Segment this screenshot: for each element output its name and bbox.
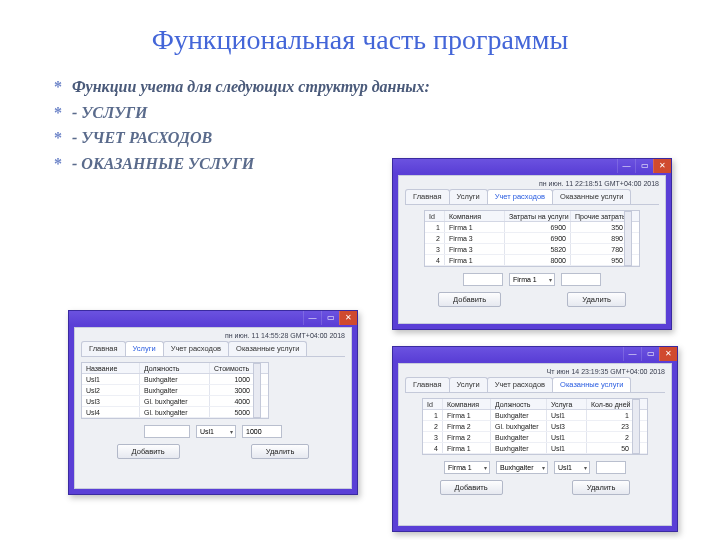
delete-button[interactable]: Удалить [572, 480, 631, 495]
maximize-icon[interactable]: ▭ [321, 311, 339, 325]
bullet-item: - УСЛУГИ [54, 100, 720, 126]
scrollbar[interactable] [253, 363, 261, 418]
tab-rashody[interactable]: Учет расходов [487, 377, 553, 392]
minimize-icon[interactable]: — [617, 159, 635, 173]
add-button[interactable]: Добавить [117, 444, 180, 459]
close-icon[interactable]: ✕ [659, 347, 677, 361]
table-row[interactable]: 4Firma 18000950 [425, 255, 639, 266]
company-dropdown[interactable]: Firma 1 [509, 273, 555, 286]
scrollbar[interactable] [624, 211, 632, 266]
service-dropdown[interactable]: Usl1 [554, 461, 590, 474]
table-header: Id Компания Затраты на услуги Прочие зат… [425, 211, 639, 222]
tab-strip: Главная Услуги Учет расходов Оказанные у… [405, 189, 659, 205]
window-rashody: — ▭ ✕ пн июн. 11 22:18:51 GMT+04:00 2018… [392, 158, 672, 330]
col-role: Должность [491, 399, 547, 409]
delete-button[interactable]: Удалить [567, 292, 626, 307]
minimize-icon[interactable]: — [623, 347, 641, 361]
tab-main[interactable]: Главная [405, 377, 450, 392]
titlebar[interactable]: — ▭ ✕ [393, 159, 671, 173]
bullet-item: Функции учета для следующих структур дан… [54, 74, 720, 100]
col-company: Компания [443, 399, 491, 409]
table-row[interactable]: Usl2Buxhgalter3000 [82, 385, 268, 396]
maximize-icon[interactable]: ▭ [641, 347, 659, 361]
tab-okazannye[interactable]: Оказанные услуги [552, 377, 631, 392]
role-dropdown[interactable]: Usl1 [196, 425, 236, 438]
window-okazannye: — ▭ ✕ Чт июн 14 23:19:35 GMT+04:00 2018 … [392, 346, 678, 532]
days-field[interactable] [596, 461, 626, 474]
name-field[interactable] [144, 425, 190, 438]
tab-main[interactable]: Главная [81, 341, 126, 356]
table-row[interactable]: 4Firma 1BuxhgalterUsl150 [423, 443, 647, 454]
close-icon[interactable]: ✕ [653, 159, 671, 173]
tab-strip: Главная Услуги Учет расходов Оказанные у… [81, 341, 345, 357]
col-role: Должность [140, 363, 210, 373]
slide-title: Функциональная часть программы [0, 24, 720, 56]
table-row[interactable]: 1Firma 16900350 [425, 222, 639, 233]
col-company: Компания [445, 211, 505, 221]
table-row[interactable]: 1Firma 1BuxhgalterUsl11 [423, 410, 647, 421]
tab-strip: Главная Услуги Учет расходов Оказанные у… [405, 377, 665, 393]
tab-rashody[interactable]: Учет расходов [487, 189, 553, 204]
col-other-cost: Прочие затраты [571, 211, 627, 221]
table-row[interactable]: 3Firma 35820780 [425, 244, 639, 255]
maximize-icon[interactable]: ▭ [635, 159, 653, 173]
window-uslugi: — ▭ ✕ пн июн. 11 14:55:28 GMT+04:00 2018… [68, 310, 358, 495]
tab-main[interactable]: Главная [405, 189, 450, 204]
delete-button[interactable]: Удалить [251, 444, 310, 459]
timestamp-label: Чт июн 14 23:19:35 GMT+04:00 2018 [405, 368, 665, 375]
col-service-cost: Затраты на услуги [505, 211, 571, 221]
titlebar[interactable]: — ▭ ✕ [69, 311, 357, 325]
col-service: Услуга [547, 399, 587, 409]
timestamp-label: пн июн. 11 22:18:51 GMT+04:00 2018 [405, 180, 659, 187]
table-row[interactable]: 2Firma 2Gl. buxhgalterUsl323 [423, 421, 647, 432]
col-days: Кол-во дней [587, 399, 633, 409]
tab-uslugi[interactable]: Услуги [125, 341, 164, 356]
tab-uslugi[interactable]: Услуги [449, 189, 488, 204]
table-row[interactable]: Usl4Gl. buxhgalter5000 [82, 407, 268, 418]
scrollbar[interactable] [632, 399, 640, 454]
col-id: Id [425, 211, 445, 221]
table-row[interactable]: 2Firma 36900890 [425, 233, 639, 244]
field-2[interactable] [561, 273, 601, 286]
field-1[interactable] [463, 273, 503, 286]
bullet-item: - УЧЕТ РАСХОДОВ [54, 125, 720, 151]
table-row[interactable]: Usl3Gl. buxhgalter4000 [82, 396, 268, 407]
table-header: Название Должность Стоимость [82, 363, 268, 374]
titlebar[interactable]: — ▭ ✕ [393, 347, 677, 361]
tab-okazannye[interactable]: Оказанные услуги [228, 341, 307, 356]
table-row[interactable]: Usl1Buxhgalter1000 [82, 374, 268, 385]
cost-field[interactable]: 1000 [242, 425, 282, 438]
table-header: Id Компания Должность Услуга Кол-во дней [423, 399, 647, 410]
tab-okazannye[interactable]: Оказанные услуги [552, 189, 631, 204]
minimize-icon[interactable]: — [303, 311, 321, 325]
timestamp-label: пн июн. 11 14:55:28 GMT+04:00 2018 [81, 332, 345, 339]
add-button[interactable]: Добавить [438, 292, 501, 307]
role-dropdown[interactable]: Buxhgalter [496, 461, 548, 474]
col-name: Название [82, 363, 140, 373]
close-icon[interactable]: ✕ [339, 311, 357, 325]
col-id: Id [423, 399, 443, 409]
tab-rashody[interactable]: Учет расходов [163, 341, 229, 356]
tab-uslugi[interactable]: Услуги [449, 377, 488, 392]
add-button[interactable]: Добавить [440, 480, 503, 495]
company-dropdown[interactable]: Firma 1 [444, 461, 490, 474]
table-row[interactable]: 3Firma 2BuxhgalterUsl12 [423, 432, 647, 443]
col-cost: Стоимость [210, 363, 254, 373]
